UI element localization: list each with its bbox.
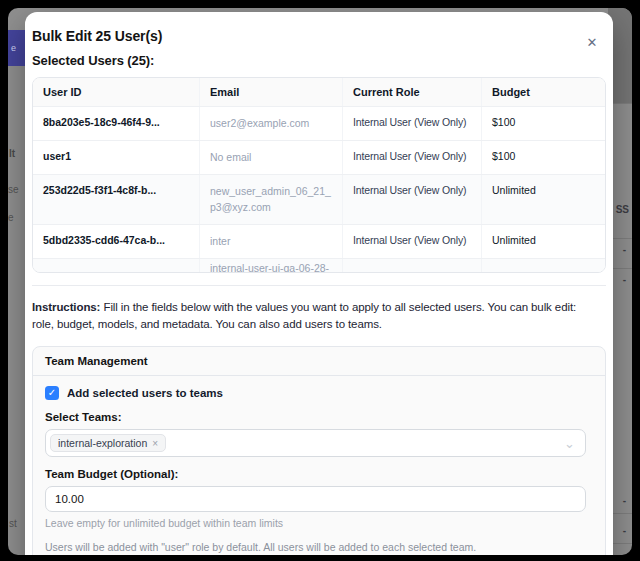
table-row: user1 No email Internal User (View Only)…	[33, 141, 605, 175]
budget-helper-text: Leave empty for unlimited budget within …	[45, 517, 593, 529]
background-cell-fragment: -	[623, 525, 626, 536]
add-users-to-teams-checkbox[interactable]: ✓	[45, 386, 59, 400]
team-budget-input[interactable]	[45, 486, 586, 512]
column-header-budget: Budget	[482, 78, 605, 106]
chevron-down-icon: ⌄	[564, 436, 575, 451]
cell-current-role: Internal User (View Only)	[343, 175, 482, 223]
cell-budget: $100	[482, 141, 605, 174]
team-tag-label: internal-exploration	[58, 437, 147, 449]
cell-current-role: Internal User (View Only)	[343, 141, 482, 174]
column-header-email: Email	[200, 78, 343, 106]
table-row: 8ba203e5-18c9-46f4-9... user2@example.co…	[33, 107, 605, 141]
background-cell-fragment: -	[623, 274, 626, 285]
sidebar-item-label-fragment: e	[11, 43, 16, 53]
column-header-user-id: User ID	[33, 78, 200, 106]
selected-users-heading: Selected Users (25):	[32, 53, 606, 68]
cell-email: internal-user-ui-qa-06-28-	[200, 259, 343, 273]
cell-budget: Unlimited	[482, 225, 605, 258]
close-icon[interactable]: ✕	[581, 32, 603, 54]
section-divider	[32, 285, 606, 286]
team-footer-note: Users will be added with "user" role by …	[45, 541, 593, 553]
background-text-fragment: e	[8, 212, 14, 223]
cell-user-id: 8ba203e5-18c9-46f4-9...	[33, 107, 200, 140]
team-management-heading: Team Management	[33, 347, 605, 376]
cell-email: new_user_admin_06_21_p3@xyz.com	[200, 175, 343, 223]
cell-user-id	[33, 259, 200, 273]
background-cell-fragment: -	[623, 244, 626, 255]
cell-current-role: Internal User (View Only)	[343, 225, 482, 258]
sidebar-active-item-fragment: e	[8, 30, 25, 66]
selected-users-table[interactable]: User ID Email Current Role Budget 8ba203…	[32, 77, 606, 273]
instructions-text: Instructions: Fill in the fields below w…	[32, 299, 606, 333]
table-row: internal-user-ui-qa-06-28-	[33, 259, 605, 273]
cell-current-role	[343, 259, 482, 273]
cell-email: No email	[200, 141, 343, 174]
cell-budget	[482, 259, 605, 273]
select-teams-label: Select Teams:	[45, 411, 593, 423]
cell-current-role: Internal User (View Only)	[343, 107, 482, 140]
app-window: e lt se e st SS - - - - - Bulk Edit 25 U…	[8, 8, 632, 555]
table-header-row: User ID Email Current Role Budget	[33, 78, 605, 107]
cell-user-id: user1	[33, 141, 200, 174]
cell-budget: Unlimited	[482, 175, 605, 223]
background-cell-fragment: -	[623, 549, 626, 555]
selected-team-tag: internal-exploration ×	[50, 434, 166, 452]
screen-frame: e lt se e st SS - - - - - Bulk Edit 25 U…	[0, 0, 640, 561]
background-text-fragment: se	[8, 184, 19, 195]
team-management-body: ✓ Add selected users to teams Select Tea…	[33, 376, 605, 555]
cell-email: user2@example.com	[200, 107, 343, 140]
background-text-fragment: st	[9, 518, 17, 529]
add-users-to-teams-label: Add selected users to teams	[67, 387, 223, 399]
add-users-to-teams-row: ✓ Add selected users to teams	[45, 386, 593, 400]
instructions-label: Instructions:	[32, 301, 100, 313]
table-row: 253d22d5-f3f1-4c8f-b... new_user_admin_0…	[33, 175, 605, 224]
cell-email: inter	[200, 225, 343, 258]
instructions-body: Fill in the fields below with the values…	[32, 301, 576, 330]
team-budget-label: Team Budget (Optional):	[45, 468, 593, 480]
background-text-fragment: lt	[9, 148, 15, 159]
teams-multiselect[interactable]: internal-exploration × ⌄	[45, 429, 586, 457]
team-management-section: Team Management ✓ Add selected users to …	[32, 346, 606, 555]
bulk-edit-modal: Bulk Edit 25 User(s) ✕ Selected Users (2…	[25, 12, 613, 555]
background-cell-fragment: -	[623, 495, 626, 506]
background-column-header-fragment: SS	[616, 204, 629, 215]
table-row: 5dbd2335-cdd6-47ca-b... inter Internal U…	[33, 225, 605, 259]
cell-user-id: 5dbd2335-cdd6-47ca-b...	[33, 225, 200, 258]
column-header-current-role: Current Role	[343, 78, 482, 106]
cell-budget: $100	[482, 107, 605, 140]
cell-user-id: 253d22d5-f3f1-4c8f-b...	[33, 175, 200, 223]
modal-title: Bulk Edit 25 User(s)	[32, 28, 606, 44]
remove-tag-icon[interactable]: ×	[152, 438, 158, 449]
